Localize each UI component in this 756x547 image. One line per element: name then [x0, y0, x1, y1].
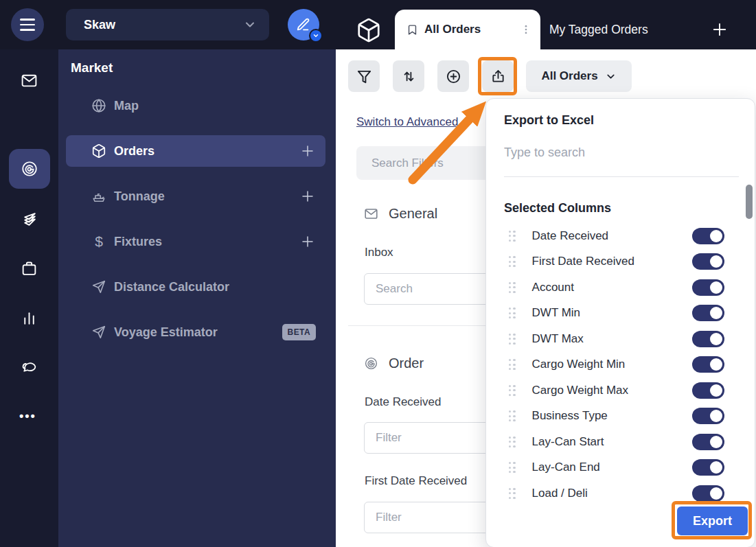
export-column-label: Load / Deli — [532, 487, 692, 500]
column-toggle[interactable] — [692, 356, 724, 373]
filter-toolbar-button[interactable] — [348, 60, 380, 92]
workspace-name: Skaw — [84, 18, 243, 32]
mail-icon — [364, 207, 378, 221]
view-selector-dropdown[interactable]: All Orders — [526, 60, 632, 92]
add-order-toolbar-button[interactable] — [437, 60, 469, 92]
column-toggle[interactable] — [692, 253, 724, 270]
drag-handle-icon[interactable] — [509, 437, 516, 447]
more-icon[interactable]: ••• — [19, 409, 36, 423]
drag-handle-icon[interactable] — [509, 307, 516, 318]
export-column-row: Business Type — [486, 404, 747, 430]
scrollbar-thumb[interactable] — [746, 185, 753, 219]
drag-handle-icon[interactable] — [509, 359, 516, 370]
view-selector-label: All Orders — [541, 69, 597, 83]
drag-handle-icon[interactable] — [509, 410, 516, 421]
tab-label: All Orders — [424, 23, 520, 36]
column-toggle[interactable] — [692, 305, 724, 321]
sidebar-item-label: Orders — [114, 144, 299, 159]
send-icon — [91, 279, 106, 294]
dollar-icon: $ — [91, 234, 106, 249]
export-columns-list: Date Received First Date Received Accoun… — [486, 223, 747, 502]
sidebar-item-distance-calculator[interactable]: Distance Calculator — [66, 271, 325, 303]
sidebar-section-title: Market — [71, 60, 113, 75]
drag-handle-icon[interactable] — [509, 488, 516, 499]
sidebar-item-voyage-estimator[interactable]: Voyage Estimator BETA — [66, 316, 325, 348]
column-toggle[interactable] — [692, 228, 724, 244]
export-column-label: Date Received — [532, 229, 692, 243]
column-toggle[interactable] — [692, 279, 724, 296]
rail-item-orders-active[interactable] — [9, 149, 50, 189]
sidebar-item-orders[interactable]: Orders — [66, 135, 325, 167]
chevron-down-icon — [605, 71, 617, 82]
add-tab-button[interactable] — [710, 20, 729, 39]
column-toggle[interactable] — [692, 408, 724, 424]
drag-handle-icon[interactable] — [509, 256, 516, 267]
briefcase-icon[interactable] — [21, 260, 38, 277]
globe-icon — [91, 98, 106, 113]
export-column-row: First Date Received — [486, 249, 747, 275]
export-column-row: Date Received — [486, 223, 747, 249]
export-column-row: Lay-Can Start — [486, 429, 747, 455]
drag-handle-icon[interactable] — [509, 231, 516, 242]
drag-handle-icon[interactable] — [509, 462, 516, 473]
add-circle-icon — [446, 69, 461, 84]
column-toggle[interactable] — [692, 434, 724, 450]
sidebar-item-label: Fixtures — [114, 235, 299, 249]
hamburger-menu-button[interactable] — [11, 8, 44, 41]
avatar-dropdown-badge[interactable] — [309, 29, 323, 43]
export-button[interactable]: Export — [677, 507, 748, 535]
sidebar-item-fixtures[interactable]: $ Fixtures — [66, 226, 325, 257]
sidebar-item-map[interactable]: Map — [66, 90, 325, 121]
export-column-row: DWT Max — [486, 326, 747, 352]
workspace-selector[interactable]: Skaw — [66, 9, 269, 40]
tab-label: My Tagged Orders — [549, 23, 648, 37]
sidebar-item-label: Distance Calculator — [114, 280, 316, 294]
export-column-row: Account — [486, 275, 747, 301]
mail-icon[interactable] — [21, 72, 38, 89]
drag-handle-icon[interactable] — [509, 282, 516, 293]
switch-to-advanced-link[interactable]: Switch to Advanced — [356, 115, 458, 129]
export-column-label: Lay-Can Start — [532, 435, 692, 449]
export-upload-icon — [490, 69, 506, 84]
section-order: Order — [364, 356, 424, 371]
export-column-label: Business Type — [532, 409, 692, 423]
column-toggle[interactable] — [692, 331, 724, 347]
export-column-label: DWT Max — [532, 332, 692, 346]
field-label-inbox: Inbox — [365, 246, 393, 259]
product-cube-icon[interactable] — [356, 17, 382, 43]
sidebar: Market Map Orders Tonnage $ Fixtures Dis… — [58, 49, 336, 547]
icon-rail: ••• — [0, 49, 58, 547]
column-toggle[interactable] — [692, 485, 724, 502]
add-view-button[interactable] — [299, 233, 316, 250]
add-view-button[interactable] — [299, 188, 316, 205]
section-title: General — [389, 206, 437, 222]
export-column-label: Cargo Weight Min — [532, 358, 692, 371]
sort-icon — [401, 69, 417, 84]
export-toolbar-button[interactable] — [482, 60, 514, 92]
field-label-date-received: Date Received — [365, 395, 442, 409]
bookmark-icon — [406, 24, 418, 36]
export-column-label: Lay-Can End — [532, 461, 692, 474]
layers-icon[interactable] — [21, 211, 38, 228]
export-column-row: Cargo Weight Min — [486, 352, 747, 378]
sidebar-item-label: Map — [114, 99, 316, 113]
tab-menu-icon[interactable] — [520, 23, 532, 36]
add-view-button[interactable] — [299, 143, 316, 159]
app-window: Skaw All Orders My Tagged Orders — [0, 0, 756, 547]
drag-handle-icon[interactable] — [509, 385, 516, 396]
sidebar-item-label: Voyage Estimator — [114, 325, 282, 340]
column-search-input[interactable] — [504, 141, 731, 163]
bar-chart-icon[interactable] — [21, 310, 38, 327]
column-toggle[interactable] — [692, 459, 724, 476]
topbar: Skaw All Orders My Tagged Orders — [0, 0, 756, 49]
sort-toolbar-button[interactable] — [393, 60, 424, 92]
pencil-icon — [296, 17, 311, 32]
drag-handle-icon[interactable] — [509, 334, 516, 345]
tab-my-tagged-orders[interactable]: My Tagged Orders — [549, 10, 648, 49]
sidebar-item-tonnage[interactable]: Tonnage — [66, 181, 325, 212]
column-toggle[interactable] — [692, 382, 724, 399]
export-column-row: Cargo Weight Max — [486, 377, 747, 404]
export-column-label: Cargo Weight Max — [532, 384, 692, 397]
tab-all-orders[interactable]: All Orders — [395, 10, 540, 49]
chat-icon[interactable] — [21, 359, 38, 376]
